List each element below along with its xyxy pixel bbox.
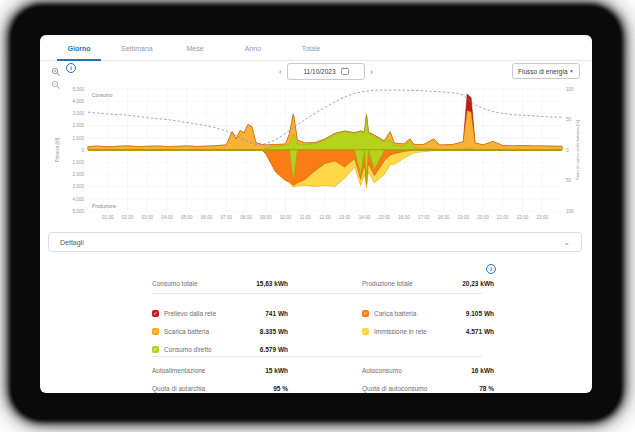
legend-checkbox-icon-green[interactable]: ✓ xyxy=(152,346,159,353)
x-tick: 22:00 xyxy=(517,215,529,220)
x-tick: 05:00 xyxy=(181,215,193,220)
stat-value: 4.571 Wh xyxy=(466,328,494,335)
stat-value: 95 % xyxy=(273,385,288,392)
stat-value: 16 kWh xyxy=(471,367,494,374)
zoom-out-icon[interactable] xyxy=(51,76,61,86)
y-tick-left: 4.000 xyxy=(73,99,85,104)
date-value: 11/10/2023 xyxy=(303,68,335,75)
stat-label: Consumo diretto xyxy=(164,346,260,353)
chevron-down-icon: ▼ xyxy=(569,68,574,74)
x-tick: 19:00 xyxy=(458,215,470,220)
legend-checkbox-icon-deep-orange[interactable]: ✓ xyxy=(362,310,369,317)
stat-label: Immissione in rete xyxy=(374,328,466,335)
stat-value: 15,63 kWh xyxy=(256,280,288,287)
stat-label: Quota di autoconsumo xyxy=(362,385,479,392)
x-tick: 15:00 xyxy=(379,215,391,220)
y-tick-right: 50 xyxy=(566,178,572,183)
details-toggle[interactable]: Dettagli ⌄ xyxy=(48,232,582,252)
y-tick-right: 50 xyxy=(566,117,572,122)
x-tick: 17:00 xyxy=(418,215,430,220)
stat-value: 9.105 Wh xyxy=(466,310,494,317)
x-tick: 01:00 xyxy=(102,215,114,220)
stat-row-quota-di-autoconsumo: Quota di autoconsumo78 % xyxy=(362,382,494,394)
y-tick-left: 5.000 xyxy=(73,87,85,92)
stat-row-quota-di-autarchia: Quota di autarchia95 % xyxy=(152,382,288,394)
x-tick: 13:00 xyxy=(339,215,351,220)
stat-value: 6.579 Wh xyxy=(260,346,288,353)
stat-label: Autoconsumo xyxy=(362,367,471,374)
stat-label: Produzione totale xyxy=(362,280,462,287)
stat-row-carica-batteria: ✓Carica batteria9.105 Wh xyxy=(362,307,494,319)
legend-checkbox-icon-orange[interactable]: ✓ xyxy=(152,328,159,335)
details-label: Dettagli xyxy=(60,239,84,246)
stat-row-autoconsumo: Autoconsumo16 kWh xyxy=(362,364,494,376)
x-tick: 16:00 xyxy=(398,215,410,220)
y-axis-title-right: Stato di carica della batteria [%] xyxy=(575,120,580,180)
x-tick: 08:00 xyxy=(240,215,252,220)
stat-row-prelievo-dalla-rete: ✓Prelievo dalla rete741 Wh xyxy=(152,307,288,319)
production-info-icon[interactable]: i xyxy=(486,264,496,274)
area-label-consumo: Consumo xyxy=(92,93,113,98)
y-tick-left: 0 xyxy=(81,148,84,153)
stat-row-autoalimentazione: Autoalimentazione15 kWh xyxy=(152,364,288,376)
stat-label: Scarica batteria xyxy=(164,328,260,335)
y-tick-right: 100 xyxy=(566,209,574,214)
flow-type-select[interactable]: Flusso di energia ▼ xyxy=(512,63,580,79)
stat-row-scarica-batteria: ✓Scarica batteria8.335 Wh xyxy=(152,325,288,337)
stat-label: Prelievo dalla rete xyxy=(164,310,265,317)
calendar-icon xyxy=(341,67,349,76)
period-tab-bar: GiornoSettimanaMeseAnnoTotale xyxy=(40,35,592,61)
stat-label: Autoalimentazione xyxy=(152,367,265,374)
y-tick-left: 3.000 xyxy=(73,111,85,116)
x-tick: 02:00 xyxy=(122,215,134,220)
next-day-button[interactable]: › xyxy=(365,64,378,80)
stat-row-consumo-totale: Consumo totale15,63 kWh xyxy=(152,277,288,289)
date-navigation: ‹ 11/10/2023 › xyxy=(274,63,378,80)
legend-checkbox-icon-red[interactable]: ✓ xyxy=(152,310,159,317)
y-tick-left: 5.000 xyxy=(73,209,85,214)
stat-label: Carica batteria xyxy=(374,310,466,317)
zoom-in-icon[interactable] xyxy=(51,63,61,73)
flow-type-value: Flusso di energia xyxy=(518,68,568,75)
divider xyxy=(152,293,482,294)
y-tick-left: 4.000 xyxy=(73,197,85,202)
x-tick: 03:00 xyxy=(142,215,154,220)
x-tick: 06:00 xyxy=(201,215,213,220)
energy-dashboard-card: GiornoSettimanaMeseAnnoTotale i ‹ 11/10/… xyxy=(40,35,592,393)
x-tick: 23:00 xyxy=(537,215,549,220)
x-tick: 07:00 xyxy=(221,215,233,220)
stat-row-consumo-diretto: ✓Consumo diretto6.579 Wh xyxy=(152,343,288,355)
chevron-down-icon: ⌄ xyxy=(563,238,570,247)
date-input[interactable]: 11/10/2023 xyxy=(287,63,365,80)
stat-value: 20,23 kWh xyxy=(462,280,494,287)
y-tick-left: 3.000 xyxy=(73,184,85,189)
stat-value: 15 kWh xyxy=(265,367,288,374)
tab-anno[interactable]: Anno xyxy=(224,35,282,60)
energy-flow-chart[interactable]: 5.0004.0003.0002.0001.00001.0002.0003.00… xyxy=(45,87,587,225)
tab-settimana[interactable]: Settimana xyxy=(108,35,166,60)
x-tick: 11:00 xyxy=(300,215,312,220)
prev-day-button[interactable]: ‹ xyxy=(274,64,287,80)
tab-giorno[interactable]: Giorno xyxy=(50,35,108,60)
stat-value: 78 % xyxy=(479,385,494,392)
x-tick: 20:00 xyxy=(477,215,489,220)
divider xyxy=(152,356,482,357)
stat-value: 8.335 Wh xyxy=(260,328,288,335)
x-tick: 21:00 xyxy=(497,215,509,220)
y-tick-left: 1.000 xyxy=(73,136,85,141)
y-tick-left: 2.000 xyxy=(73,172,85,177)
stat-row-produzione-totale: Produzione totale20,23 kWh xyxy=(362,277,494,289)
y-tick-left: 1.000 xyxy=(73,160,85,165)
x-tick: 10:00 xyxy=(280,215,292,220)
y-axis-title-left: Potenza [W] xyxy=(55,138,60,163)
chart-info-icon[interactable]: i xyxy=(66,63,76,73)
legend-checkbox-icon-yellow[interactable]: ✓ xyxy=(362,328,369,335)
tab-totale[interactable]: Totale xyxy=(282,35,340,60)
x-tick: 18:00 xyxy=(438,215,450,220)
x-tick: 12:00 xyxy=(319,215,331,220)
stat-label: Consumo totale xyxy=(152,280,256,287)
stat-row-immissione-in-rete: ✓Immissione in rete4.571 Wh xyxy=(362,325,494,337)
tab-mese[interactable]: Mese xyxy=(166,35,224,60)
area-label-produzione: Produzione xyxy=(92,204,117,209)
y-tick-left: 2.000 xyxy=(73,123,85,128)
